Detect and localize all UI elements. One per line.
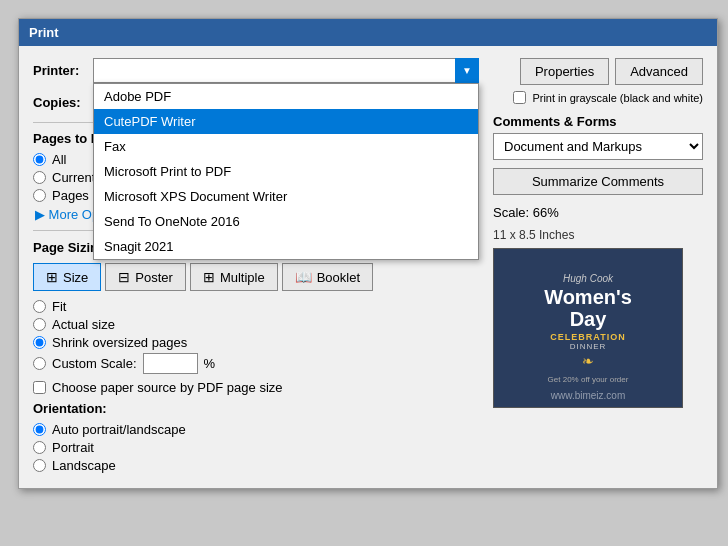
print-dialog: Print Printer: Adobe PDF ▼ Adobe PDF Cut… bbox=[18, 18, 718, 489]
sizing-actual-row: Actual size bbox=[33, 317, 479, 332]
preview-title: Women'sDay bbox=[544, 286, 632, 330]
custom-scale-row: Custom Scale: 100 % bbox=[33, 353, 479, 374]
dialog-title: Print bbox=[19, 19, 717, 46]
orientation-landscape-radio[interactable] bbox=[33, 459, 46, 472]
sizing-custom-radio[interactable] bbox=[33, 357, 46, 370]
custom-scale-unit: % bbox=[204, 356, 216, 371]
left-panel: Printer: Adobe PDF ▼ Adobe PDF CutePDF W… bbox=[33, 58, 479, 476]
custom-scale-input[interactable]: 100 bbox=[143, 353, 198, 374]
grayscale-checkbox[interactable] bbox=[513, 91, 526, 104]
orientation-landscape-row: Landscape bbox=[33, 458, 479, 473]
sizing-actual-radio[interactable] bbox=[33, 318, 46, 331]
preview-divider: ❧ bbox=[582, 353, 594, 369]
dropdown-item-ms-pdf[interactable]: Microsoft Print to PDF bbox=[94, 159, 478, 184]
tab-booklet[interactable]: 📖 Booklet bbox=[282, 263, 373, 291]
choose-paper-checkbox[interactable] bbox=[33, 381, 46, 394]
printer-label: Printer: bbox=[33, 63, 93, 78]
sizing-shrink-row: Shrink oversized pages bbox=[33, 335, 479, 350]
booklet-tab-icon: 📖 bbox=[295, 269, 312, 285]
printer-row: Printer: Adobe PDF ▼ Adobe PDF CutePDF W… bbox=[33, 58, 479, 83]
scale-label: Scale: bbox=[493, 205, 529, 220]
poster-tab-icon: ⊟ bbox=[118, 269, 130, 285]
orientation-portrait-row: Portrait bbox=[33, 440, 479, 455]
pages-current-radio[interactable] bbox=[33, 171, 46, 184]
dropdown-item-ms-xps[interactable]: Microsoft XPS Document Writer bbox=[94, 184, 478, 209]
sizing-fit-row: Fit bbox=[33, 299, 479, 314]
printer-input[interactable]: Adobe PDF bbox=[93, 58, 479, 83]
printer-select-wrapper: Adobe PDF ▼ Adobe PDF CutePDF Writer Fax… bbox=[93, 58, 479, 83]
grayscale-row: Print in grayscale (black and white) bbox=[493, 91, 703, 104]
tab-booklet-label: Booklet bbox=[317, 270, 360, 285]
sizing-radios: Fit Actual size Shrink oversized pages C… bbox=[33, 299, 479, 374]
preview-brand: Hugh Cook bbox=[563, 273, 613, 284]
tab-size[interactable]: ⊞ Size bbox=[33, 263, 101, 291]
orientation-portrait-radio[interactable] bbox=[33, 441, 46, 454]
pages-custom-radio[interactable] bbox=[33, 189, 46, 202]
scale-value: 66% bbox=[533, 205, 559, 220]
comments-forms-select[interactable]: Document and Markups Document Comments bbox=[493, 133, 703, 160]
choose-paper-label: Choose paper source by PDF page size bbox=[52, 380, 283, 395]
pages-all-label: All bbox=[52, 152, 66, 167]
dropdown-item-snagit[interactable]: Snagit 2021 bbox=[94, 234, 478, 259]
dropdown-item-onenote[interactable]: Send To OneNote 2016 bbox=[94, 209, 478, 234]
sizing-shrink-label: Shrink oversized pages bbox=[52, 335, 187, 350]
grayscale-label: Print in grayscale (black and white) bbox=[532, 92, 703, 104]
pages-custom-label: Pages bbox=[52, 188, 89, 203]
orientation-auto-row: Auto portrait/landscape bbox=[33, 422, 479, 437]
scale-text: Scale: 66% bbox=[493, 205, 703, 220]
sizing-fit-label: Fit bbox=[52, 299, 66, 314]
paper-size: 11 x 8.5 Inches bbox=[493, 228, 703, 242]
orientation-portrait-label: Portrait bbox=[52, 440, 94, 455]
tab-poster[interactable]: ⊟ Poster bbox=[105, 263, 186, 291]
dropdown-item-adobe-pdf[interactable]: Adobe PDF bbox=[94, 84, 478, 109]
print-preview: Hugh Cook Women'sDay CELEBRATION DINNER … bbox=[493, 248, 683, 408]
tab-poster-label: Poster bbox=[135, 270, 173, 285]
tab-size-label: Size bbox=[63, 270, 88, 285]
choose-paper-row: Choose paper source by PDF page size bbox=[33, 380, 479, 395]
preview-footer: Get 20% off your order bbox=[548, 375, 629, 384]
right-top-buttons: Properties Advanced bbox=[493, 58, 703, 85]
sizing-actual-label: Actual size bbox=[52, 317, 115, 332]
sizing-shrink-radio[interactable] bbox=[33, 336, 46, 349]
orientation-auto-radio[interactable] bbox=[33, 423, 46, 436]
preview-subtitle: CELEBRATION bbox=[550, 332, 625, 342]
dropdown-item-fax[interactable]: Fax bbox=[94, 134, 478, 159]
multiple-tab-icon: ⊞ bbox=[203, 269, 215, 285]
pages-all-radio[interactable] bbox=[33, 153, 46, 166]
sizing-custom-label: Custom Scale: bbox=[52, 356, 137, 371]
orientation-landscape-label: Landscape bbox=[52, 458, 116, 473]
size-tab-icon: ⊞ bbox=[46, 269, 58, 285]
dropdown-item-cutepdf[interactable]: CutePDF Writer bbox=[94, 109, 478, 134]
copies-label: Copies: bbox=[33, 95, 93, 110]
printer-dropdown-menu: Adobe PDF CutePDF Writer Fax Microsoft P… bbox=[93, 83, 479, 260]
properties-button[interactable]: Properties bbox=[520, 58, 609, 85]
preview-sub2: DINNER bbox=[570, 342, 607, 351]
preview-content: Hugh Cook Women'sDay CELEBRATION DINNER … bbox=[494, 249, 682, 407]
orientation-section: Orientation: Auto portrait/landscape Por… bbox=[33, 401, 479, 473]
comments-forms-title: Comments & Forms bbox=[493, 114, 703, 129]
orientation-auto-label: Auto portrait/landscape bbox=[52, 422, 186, 437]
summarize-comments-button[interactable]: Summarize Comments bbox=[493, 168, 703, 195]
tab-multiple[interactable]: ⊞ Multiple bbox=[190, 263, 278, 291]
right-panel: Properties Advanced Print in grayscale (… bbox=[493, 58, 703, 476]
sizing-fit-radio[interactable] bbox=[33, 300, 46, 313]
orientation-title: Orientation: bbox=[33, 401, 479, 416]
advanced-button[interactable]: Advanced bbox=[615, 58, 703, 85]
preview-watermark: www.bimeiz.com bbox=[494, 390, 682, 401]
page-sizing-tabs: ⊞ Size ⊟ Poster ⊞ Multiple 📖 Booklet bbox=[33, 263, 479, 291]
tab-multiple-label: Multiple bbox=[220, 270, 265, 285]
